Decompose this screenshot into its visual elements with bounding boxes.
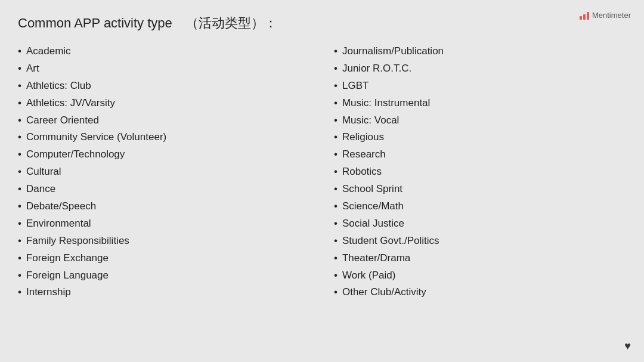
mentimeter-label: Mentimeter: [592, 11, 631, 20]
left-column: AcademicArtAthletics: ClubAthletics: JV/…: [18, 43, 310, 301]
mentimeter-bar-icon: [580, 11, 589, 20]
columns-wrapper: AcademicArtAthletics: ClubAthletics: JV/…: [18, 43, 626, 301]
list-item: Cultural: [18, 163, 310, 181]
main-container: Mentimeter ♥ Common APP activity type （活…: [0, 0, 644, 362]
list-item: Student Govt./Politics: [334, 233, 626, 250]
list-item: Athletics: JV/Varsity: [18, 95, 310, 112]
list-item: LGBT: [334, 78, 626, 95]
mentimeter-logo: Mentimeter: [580, 11, 631, 20]
list-item: Religious: [334, 129, 626, 146]
list-item: Other Club/Activity: [334, 284, 626, 301]
list-item: Robotics: [334, 163, 626, 181]
right-activity-list: Journalism/PublicationJunior R.O.T.C.LGB…: [334, 43, 626, 301]
list-item: Theater/Drama: [334, 250, 626, 267]
list-item: Research: [334, 146, 626, 163]
list-item: Career Oriented: [18, 112, 310, 129]
page-title: Common APP activity type （活动类型）：: [18, 14, 626, 32]
list-item: Art: [18, 60, 310, 78]
list-item: Internship: [18, 284, 310, 301]
list-item: Music: Vocal: [334, 112, 626, 129]
list-item: Foreign Exchange: [18, 250, 310, 267]
left-activity-list: AcademicArtAthletics: ClubAthletics: JV/…: [18, 43, 310, 301]
list-item: School Sprint: [334, 181, 626, 198]
list-item: Journalism/Publication: [334, 43, 626, 60]
heart-icon: ♥: [624, 340, 631, 352]
list-item: Community Service (Volunteer): [18, 129, 310, 146]
list-item: Academic: [18, 43, 310, 60]
list-item: Environmental: [18, 215, 310, 233]
list-item: Work (Paid): [334, 267, 626, 284]
list-item: Dance: [18, 181, 310, 198]
list-item: Athletics: Club: [18, 78, 310, 95]
list-item: Family Responsibilities: [18, 233, 310, 250]
list-item: Music: Instrumental: [334, 95, 626, 112]
right-column: Journalism/PublicationJunior R.O.T.C.LGB…: [334, 43, 626, 301]
list-item: Foreign Language: [18, 267, 310, 284]
list-item: Science/Math: [334, 198, 626, 215]
list-item: Junior R.O.T.C.: [334, 60, 626, 78]
list-item: Computer/Technology: [18, 146, 310, 163]
list-item: Debate/Speech: [18, 198, 310, 215]
list-item: Social Justice: [334, 215, 626, 233]
